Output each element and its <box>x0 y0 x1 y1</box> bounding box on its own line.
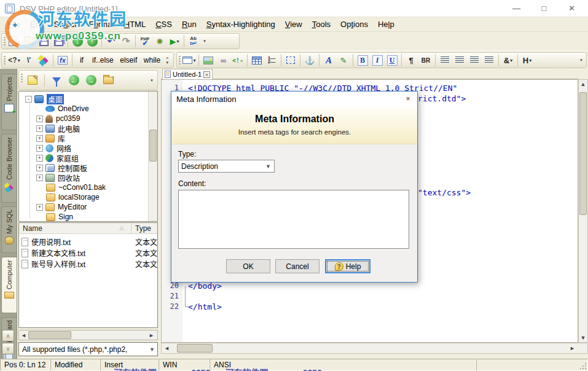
filter-button[interactable] <box>50 74 63 87</box>
insert-script-button[interactable]: <!- <box>231 53 245 67</box>
save-all-button[interactable] <box>52 34 65 48</box>
menu-help[interactable]: Help <box>373 18 399 31</box>
column-header-name[interactable]: Name <box>19 223 131 233</box>
php-syntax-check-button[interactable]: PHP✔ <box>138 34 152 48</box>
toolbar-overflow-button[interactable]: »▾ <box>163 53 171 67</box>
scroll-down-icon[interactable]: ▼ <box>579 335 587 341</box>
chevron-down-icon[interactable]: ▾ <box>510 58 512 63</box>
insert-frame-button[interactable] <box>284 53 297 67</box>
tree-item-pc0359[interactable]: + pc0359 <box>36 114 80 123</box>
expand-icon[interactable]: + <box>36 135 43 142</box>
new-file-button[interactable]: ▾ <box>7 34 21 48</box>
toolbar-grip[interactable] <box>21 74 23 84</box>
scroll-right-icon[interactable]: ► <box>570 345 575 351</box>
italic-button[interactable]: I <box>370 53 384 67</box>
tree-item-myeditor[interactable]: + MyEditor <box>36 202 87 212</box>
align-justify-button[interactable] <box>482 53 496 67</box>
file-filter-select[interactable]: All supported files (*.php,*.php2, ▼ <box>18 342 158 356</box>
toolbar-overflow-button[interactable]: ▾ <box>148 74 155 87</box>
scroll-right-icon[interactable]: ► <box>147 332 156 338</box>
php-open-tag-button[interactable]: <?▾ <box>7 53 21 67</box>
save-button[interactable] <box>37 34 50 48</box>
heading-button[interactable]: H▾ <box>520 53 534 67</box>
sidebar-tab-projects[interactable]: Projects <box>1 74 17 130</box>
snippet-elseif-button[interactable]: elseif <box>117 53 140 67</box>
paragraph-button[interactable]: ¶ <box>404 53 418 67</box>
chevron-down-icon[interactable]: ▾ <box>176 39 179 44</box>
maximize-button[interactable]: □ <box>530 0 558 17</box>
file-row[interactable]: 账号导入样例.txt 文本文 <box>19 259 157 269</box>
dialog-close-button[interactable]: × <box>402 93 414 104</box>
sidebar-scroll-down-button[interactable]: ∨ <box>2 343 14 354</box>
toolbar-grip[interactable] <box>179 56 181 66</box>
expand-icon[interactable]: + <box>36 174 43 181</box>
help-button[interactable]: ? Help <box>325 259 370 273</box>
debug-button[interactable]: ✺ <box>153 34 167 48</box>
tree-item-homegroup[interactable]: + 家庭组 <box>36 153 79 163</box>
scrollbar-thumb[interactable] <box>579 92 587 215</box>
ok-button[interactable]: OK <box>226 259 270 273</box>
editor-tab-untitled-1[interactable]: Untitled-1 × <box>162 69 213 79</box>
tree-item-libraries[interactable]: + 库 <box>36 133 65 143</box>
resize-grip[interactable] <box>579 362 587 370</box>
sidebar-scroll-up-button[interactable]: ∧ <box>2 330 14 342</box>
menu-search[interactable]: Search <box>49 18 84 31</box>
tree-item-desktop[interactable]: - 桌面 <box>25 94 64 104</box>
run-button[interactable]: ▶▾ <box>168 34 181 48</box>
expand-icon[interactable]: + <box>36 145 43 152</box>
color-picker-button[interactable]: ✎ <box>337 53 350 67</box>
scrollbar-thumb[interactable] <box>149 130 157 162</box>
content-textarea[interactable] <box>178 190 409 249</box>
chevron-down-icon[interactable]: ▾ <box>18 58 20 63</box>
expand-icon[interactable]: + <box>36 125 43 132</box>
toolbar-grip[interactable] <box>4 56 6 66</box>
menu-run[interactable]: Run <box>177 18 202 31</box>
scroll-up-icon[interactable]: ▲ <box>579 81 587 87</box>
insert-list-button[interactable]: 1—2— <box>265 53 278 67</box>
expand-icon[interactable]: + <box>36 115 43 122</box>
scroll-left-icon[interactable]: ◄ <box>19 332 28 338</box>
bold-button[interactable]: B <box>356 53 369 67</box>
sidebar-tab-my-sql[interactable]: My SQL <box>1 206 17 253</box>
edit-file-button[interactable] <box>26 74 39 87</box>
insert-anchor-button[interactable]: ⚓ <box>303 53 316 67</box>
insert-image-button[interactable] <box>202 53 215 67</box>
editor-hscrollbar[interactable]: ◄ ► <box>161 343 588 354</box>
chevron-down-icon[interactable]: ▾ <box>17 39 20 44</box>
tree-item-cconv01-bak[interactable]: ~cConv01.bak <box>46 182 106 192</box>
align-center-button[interactable] <box>453 53 466 67</box>
tree-scrollbar[interactable] <box>148 92 157 221</box>
snippet-if-button[interactable]: if <box>75 53 88 67</box>
close-button[interactable]: ✕ <box>558 0 586 17</box>
word-wrap-button[interactable]: Abb↵ <box>187 34 200 48</box>
sidebar-tab-computer[interactable]: Computer <box>1 257 17 313</box>
forward-button[interactable]: → <box>84 74 98 87</box>
escape-string-button[interactable]: \' <box>22 53 36 67</box>
tree-item-this-pc[interactable]: + 此电脑 <box>36 123 80 133</box>
align-left-button[interactable] <box>438 53 452 67</box>
menu-file[interactable]: File <box>2 18 25 31</box>
insert-panel-button[interactable]: ▾ <box>182 53 196 67</box>
upload-button[interactable]: ↑ <box>85 34 99 48</box>
toolbar-overflow-button[interactable]: ▾ <box>201 34 208 48</box>
download-button[interactable]: ↓ <box>71 34 84 48</box>
tree-item-sign[interactable]: Sign <box>46 212 73 222</box>
scrollbar-thumb[interactable] <box>28 331 71 339</box>
editor-vscrollbar[interactable]: ▲ ▼ <box>578 79 588 343</box>
cancel-button[interactable]: Cancel <box>275 259 319 273</box>
tree-item-onedrive[interactable]: OneDrive <box>36 104 89 114</box>
code-browser-button[interactable] <box>37 53 50 67</box>
expand-icon[interactable]: + <box>36 204 43 211</box>
open-file-button[interactable] <box>22 34 36 48</box>
menu-syntax-highlighting[interactable]: Syntax-Highlighting <box>202 18 280 31</box>
menu-format[interactable]: Format <box>84 18 119 31</box>
align-right-button[interactable] <box>468 53 481 67</box>
tree-item-localstorage[interactable]: localStorage <box>46 192 100 202</box>
dialog-title-bar[interactable]: Meta Information <box>171 92 417 106</box>
column-header-type[interactable]: Type <box>131 223 151 233</box>
menu-html[interactable]: HTML <box>119 18 151 31</box>
snippet-while-button[interactable]: while <box>141 53 163 67</box>
collapse-icon[interactable]: - <box>25 96 32 103</box>
menu-css[interactable]: CSS <box>151 18 177 31</box>
tab-close-button[interactable]: × <box>203 71 210 78</box>
